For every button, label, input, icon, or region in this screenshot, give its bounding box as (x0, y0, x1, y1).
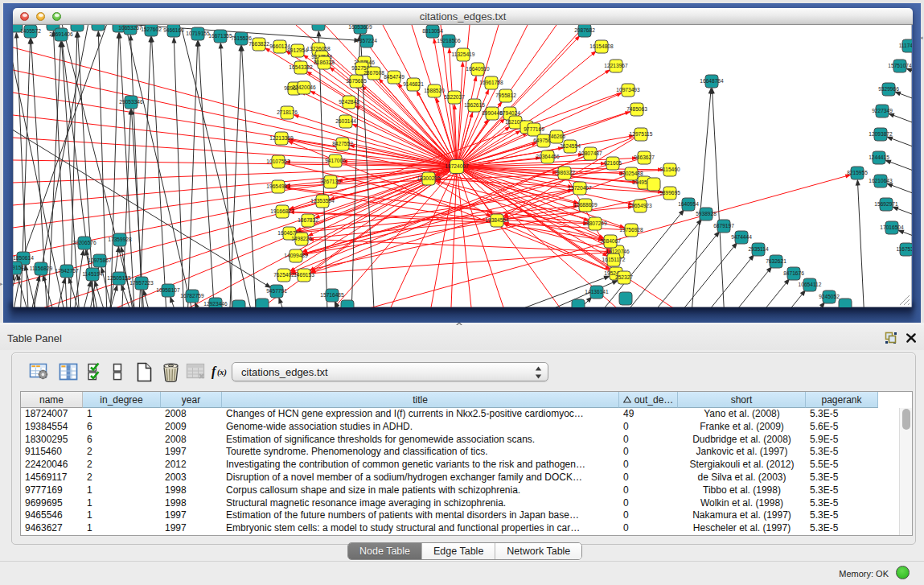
cell-pagerank[interactable]: 5.3E-5 (806, 522, 878, 535)
cell-title[interactable]: Disruption of a novel member of a sodium… (222, 472, 619, 484)
cell-short[interactable]: Stergiakouli et al. (2012) (678, 459, 806, 472)
graph-node-unlabeled[interactable] (256, 299, 269, 307)
graph-node-unlabeled[interactable] (839, 299, 852, 307)
citation-edge-black[interactable] (130, 35, 146, 307)
citation-edge-black[interactable] (279, 299, 286, 308)
float-panel-icon[interactable] (884, 331, 897, 344)
cell-out-de-[interactable]: 0 (619, 497, 678, 510)
citation-edge-black[interactable] (136, 37, 151, 307)
cell-name[interactable]: 18724007 (21, 408, 83, 421)
column-header-year[interactable]: year (161, 392, 222, 408)
cell-year[interactable]: 2008 (161, 434, 222, 447)
graph-node-unlabeled[interactable] (71, 25, 84, 31)
cell-out-de-[interactable]: 0 (619, 522, 678, 535)
table-row[interactable]: 977716911998Corpus callosum shape and si… (21, 484, 899, 497)
graph-node-unlabeled[interactable] (341, 300, 354, 307)
cell-title[interactable]: Estimation of the future numbers of pati… (222, 509, 619, 522)
cell-pagerank[interactable]: 5.6E-5 (806, 421, 878, 434)
column-header-out-de-[interactable]: out_de… (619, 392, 678, 408)
cell-short[interactable]: Jankovic et al. (1997) (678, 446, 806, 459)
cell-in-degree[interactable]: 1 (83, 497, 161, 510)
network-window-titlebar[interactable]: citations_edges.txt (13, 8, 913, 25)
cell-year[interactable]: 2009 (161, 421, 222, 434)
cell-pagerank[interactable]: 5.3E-5 (806, 408, 878, 421)
citation-edge-black[interactable] (895, 92, 912, 113)
cell-in-degree[interactable]: 2 (83, 459, 161, 472)
table-row[interactable]: 946362711997Embryonic stem cells: a mode… (21, 522, 899, 535)
cell-out-de-[interactable]: 49 (619, 408, 678, 421)
citation-edge-red[interactable] (311, 188, 580, 273)
cell-pagerank[interactable]: 5.3E-5 (806, 497, 878, 510)
collapse-west-panel-handle[interactable]: ▸ (0, 280, 3, 288)
delete-rows-icon[interactable] (160, 361, 181, 382)
cell-pagerank[interactable]: 5.3E-5 (806, 509, 878, 522)
table-row[interactable]: 911546021997Tourette syndrome. Phenomeno… (21, 446, 899, 459)
cell-in-degree[interactable]: 6 (83, 421, 161, 434)
citation-edge-black[interactable] (857, 180, 864, 307)
cell-in-degree[interactable]: 6 (83, 434, 161, 447)
cell-short[interactable]: Hescheler et al. (1997) (678, 522, 806, 535)
scrollbar-thumb[interactable] (902, 409, 910, 430)
cell-short[interactable]: Wolkin et al. (1998) (678, 497, 806, 510)
function-builder-icon[interactable]: f (x) (211, 361, 232, 382)
cell-short[interactable]: Nakamura et al. (1997) (678, 509, 806, 522)
table-vertical-scrollbar[interactable] (899, 408, 912, 535)
cell-name[interactable]: 9465546 (21, 509, 83, 522)
citation-edge-black[interactable] (185, 41, 198, 307)
column-header-short[interactable]: short (678, 392, 806, 408)
citation-edge-black[interactable] (174, 38, 187, 307)
cell-in-degree[interactable]: 2 (83, 446, 161, 459)
graph-node-unlabeled[interactable] (232, 300, 245, 307)
cell-pagerank[interactable]: 5.3E-5 (806, 446, 878, 459)
citation-edge-black[interactable] (242, 46, 261, 307)
unselect-rows-icon[interactable] (107, 361, 128, 382)
cell-out-de-[interactable]: 0 (619, 509, 678, 522)
cell-short[interactable]: Tibbo et al. (1998) (678, 484, 806, 497)
table-row[interactable]: 946554611997Estimation of the future num… (21, 509, 899, 522)
cell-year[interactable]: 1998 (161, 484, 222, 497)
table-row[interactable]: 1872400712008Changes of HCN gene express… (21, 408, 899, 421)
cell-name[interactable]: 9463627 (21, 522, 83, 535)
citation-edge-red[interactable] (285, 170, 670, 187)
citation-edge-black[interactable] (170, 298, 178, 308)
table-row[interactable]: 1830029562008Estimation of significance … (21, 434, 899, 447)
cell-out-de-[interactable]: 0 (619, 484, 678, 497)
close-panel-icon[interactable] (904, 331, 918, 344)
citation-edge-black[interactable] (713, 89, 725, 307)
cell-pagerank[interactable]: 5.3E-5 (806, 484, 878, 497)
column-header-in-degree[interactable]: in_degree (83, 392, 161, 408)
cell-name[interactable]: 9699695 (21, 497, 83, 510)
citation-edge-black[interactable] (13, 275, 14, 307)
tab-node-table[interactable]: Node Table (348, 543, 422, 559)
graph-node-unlabeled[interactable] (572, 299, 585, 307)
citation-edge-black[interactable] (887, 137, 912, 159)
cell-in-degree[interactable]: 1 (83, 509, 161, 522)
cell-in-degree[interactable]: 1 (83, 484, 161, 497)
citation-edge-black[interactable] (689, 290, 805, 307)
cell-pagerank[interactable]: 5.3E-5 (806, 472, 878, 484)
cell-year[interactable]: 2008 (161, 408, 222, 421)
select-column-icon[interactable] (58, 361, 79, 382)
citation-edge-black[interactable] (120, 33, 139, 307)
tab-edge-table[interactable]: Edge Table (422, 543, 495, 559)
cell-name[interactable]: 9115460 (21, 446, 83, 459)
cell-year[interactable]: 1997 (161, 522, 222, 535)
cell-title[interactable]: Tourette syndrome. Phenomenology and cla… (222, 446, 619, 459)
graph-node-unlabeled[interactable] (92, 25, 105, 31)
cell-year[interactable]: 1997 (161, 509, 222, 522)
resize-grip-icon[interactable] (897, 293, 910, 306)
graph-node-unlabeled[interactable] (619, 292, 632, 305)
citation-edge-black[interactable] (152, 37, 171, 307)
cell-pagerank[interactable]: 5.9E-5 (806, 434, 878, 447)
table-row[interactable]: 1456911722003Disruption of a novel membe… (21, 472, 899, 484)
graph-node-unlabeled[interactable] (647, 178, 660, 191)
cell-out-de-[interactable]: 0 (619, 421, 678, 434)
cell-out-de-[interactable]: 0 (619, 446, 678, 459)
citation-edge-black[interactable] (906, 68, 912, 90)
citation-edge-black[interactable] (143, 290, 151, 307)
column-header-name[interactable]: name (21, 392, 83, 408)
cell-pagerank[interactable]: 5.5E-5 (806, 459, 878, 472)
citation-edge-black[interactable] (199, 41, 220, 307)
citation-edge-red[interactable] (225, 167, 457, 307)
cell-title[interactable]: Investigating the contribution of common… (222, 459, 619, 472)
